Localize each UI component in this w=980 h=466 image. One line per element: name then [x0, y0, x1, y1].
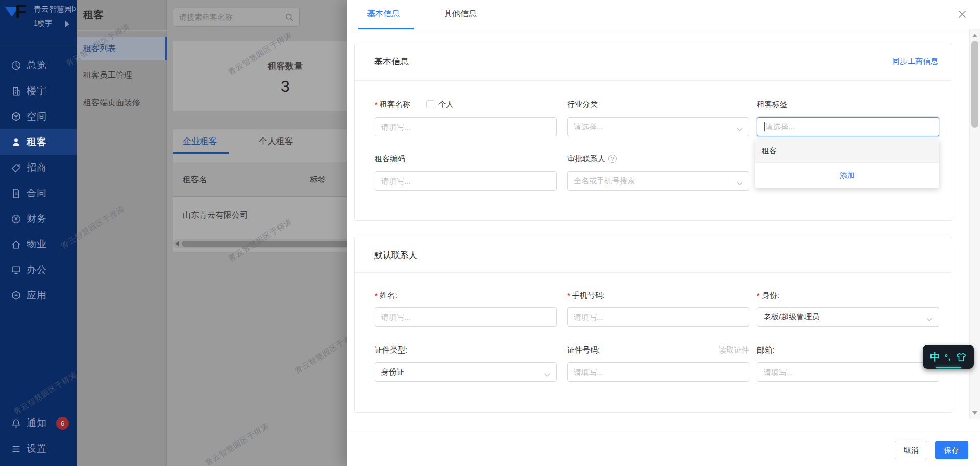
sidebar-item-settings[interactable]: 设置 [0, 436, 77, 461]
pie-chart-icon [11, 60, 21, 71]
table-row[interactable]: 山东青云有限公司 [183, 210, 248, 221]
save-button[interactable]: 保存 [935, 441, 968, 459]
tenant-code-input-wrap [375, 171, 557, 191]
contact-name-input-wrap [375, 307, 557, 327]
add-tag-button[interactable]: 添加 [755, 162, 939, 188]
scroll-left-icon[interactable] [175, 241, 179, 246]
help-circle-icon[interactable]: ? [608, 155, 617, 163]
section-divider [355, 80, 952, 81]
read-certificate-link[interactable]: 读取证件 [719, 345, 749, 355]
sidebar-item-space[interactable]: 空间 [0, 104, 77, 129]
tenant-code-input[interactable] [381, 177, 550, 185]
contact-name-label: * 姓名: [375, 290, 397, 300]
tenant-search [173, 8, 300, 27]
person-icon [11, 137, 21, 148]
idnum-label-row: 证件号码: 读取证件 [567, 345, 749, 355]
contact-phone-input[interactable] [574, 313, 743, 321]
box-icon [11, 290, 21, 301]
default-contact-card: 默认联系人 * 姓名: * 手机号码: * 身份: 老板/超级管理员 [354, 237, 952, 413]
contact-phone-label: * 手机号码: [567, 290, 605, 300]
yen-circle-icon [11, 214, 21, 224]
tenant-code-label: 租客编码 [375, 154, 405, 164]
active-indicator-bar [165, 37, 167, 60]
identity-select[interactable]: 老板/超级管理员 [757, 307, 939, 327]
submenu-item-tenant-staff[interactable]: 租客员工管理 [77, 64, 167, 86]
email-label: 邮箱: [757, 345, 774, 355]
monitor-icon [11, 265, 21, 275]
tenant-name-input[interactable] [381, 123, 550, 131]
close-icon[interactable] [957, 9, 968, 20]
scroll-up-icon[interactable] [972, 34, 977, 37]
basic-info-card: 基本信息 同步工商信息 * 租客名称 个人 行业分类 租客标签 请选择... [354, 43, 952, 221]
tag-option-tenant[interactable]: 租客 [755, 139, 939, 162]
building-icon [11, 86, 21, 97]
scrollbar-thumb[interactable] [971, 41, 978, 128]
chevron-down-icon [737, 125, 743, 129]
drawer-tab-other-info[interactable]: 其他信息 [444, 9, 477, 19]
personal-checkbox-label: 个人 [438, 100, 454, 109]
sidebar-divider [0, 45, 77, 45]
tenant-tag-label: 租客标签 [757, 99, 788, 109]
scroll-down-icon[interactable] [972, 411, 977, 415]
sidebar-item-office[interactable]: 办公 [0, 257, 77, 283]
sidebar-item-property[interactable]: 物业 [0, 231, 77, 257]
idtype-label: 证件类型: [375, 345, 407, 355]
bell-icon [11, 418, 21, 429]
col-tag: 标签 [310, 175, 326, 185]
tenant-name-label: * 租客名称 个人 [375, 99, 454, 109]
sidebar-item-tenants[interactable]: 租客 [0, 129, 77, 155]
app-root: F 青云智慧园区 1楼宇 总览 楼宇 空间 租客 招商 合同 [0, 0, 980, 466]
tab-personal-tenants[interactable]: 个人租客 [259, 135, 293, 147]
idnum-input-wrap [567, 362, 749, 382]
submenu-title: 租客 [83, 8, 104, 22]
contact-name-input[interactable] [381, 313, 550, 321]
drawer-active-tab-underline [358, 28, 414, 29]
search-input[interactable] [173, 8, 283, 26]
tag-icon [11, 162, 21, 173]
active-tab-underline [173, 152, 229, 154]
chevron-right-icon[interactable] [65, 21, 69, 27]
tenant-tag-select[interactable]: 请选择... [757, 117, 939, 136]
idnum-input[interactable] [574, 368, 743, 377]
sidebar-item-contracts[interactable]: 合同 [0, 180, 77, 206]
sidebar: F 青云智慧园区 1楼宇 总览 楼宇 空间 租客 招商 合同 [0, 0, 77, 466]
sidebar-item-buildings[interactable]: 楼宇 [0, 78, 77, 104]
approver-label: 审批联系人 ? [567, 154, 617, 164]
tab-company-tenants[interactable]: 企业租客 [183, 135, 217, 147]
sidebar-item-finance[interactable]: 财务 [0, 206, 77, 231]
submenu-divider [77, 30, 167, 31]
email-input[interactable] [764, 368, 933, 377]
cancel-button[interactable]: 取消 [895, 441, 927, 459]
approver-select[interactable]: 全名或手机号搜索 [567, 171, 749, 191]
submenu-panel: 租客 租客列表 租客员工管理 租客端页面装修 [77, 0, 167, 466]
personal-checkbox[interactable] [426, 100, 434, 108]
col-tenant-name: 租客名 [183, 175, 207, 185]
contact-phone-input-wrap [567, 307, 749, 327]
sidebar-item-leasing[interactable]: 招商 [0, 155, 77, 180]
menu-lines-icon [11, 444, 21, 454]
ime-punctuation-mode[interactable]: °, [945, 353, 951, 361]
logo-letter: F [15, 1, 26, 22]
notification-badge: 6 [56, 417, 69, 430]
ime-chinese-mode[interactable]: 中 [930, 350, 940, 364]
industry-select[interactable]: 请选择... [567, 117, 749, 136]
industry-label: 行业分类 [567, 99, 598, 109]
chevron-down-icon [737, 179, 743, 183]
sidebar-item-apps[interactable]: 应用 [0, 283, 77, 308]
cube-icon [11, 111, 21, 122]
section-title-contact: 默认联系人 [374, 249, 418, 261]
section-divider [355, 272, 952, 273]
search-icon[interactable] [285, 13, 294, 22]
idtype-select[interactable]: 身份证 [375, 362, 557, 382]
sidebar-item-overview[interactable]: 总览 [0, 53, 77, 78]
building-switcher[interactable]: 1楼宇 [34, 19, 52, 28]
drawer-tabbar: 基本信息 其他信息 [347, 0, 980, 29]
submenu-item-tenant-page[interactable]: 租客端页面装修 [77, 92, 167, 113]
chevron-down-icon [926, 315, 933, 319]
ime-skin-shirt-icon[interactable] [955, 352, 967, 362]
ime-toolbar[interactable]: 中 °, [923, 345, 974, 369]
drawer-tab-basic-info[interactable]: 基本信息 [367, 9, 400, 19]
chevron-down-icon [544, 370, 550, 374]
sync-business-info-link[interactable]: 同步工商信息 [892, 57, 938, 66]
submenu-item-tenant-list[interactable]: 租客列表 [77, 37, 167, 60]
